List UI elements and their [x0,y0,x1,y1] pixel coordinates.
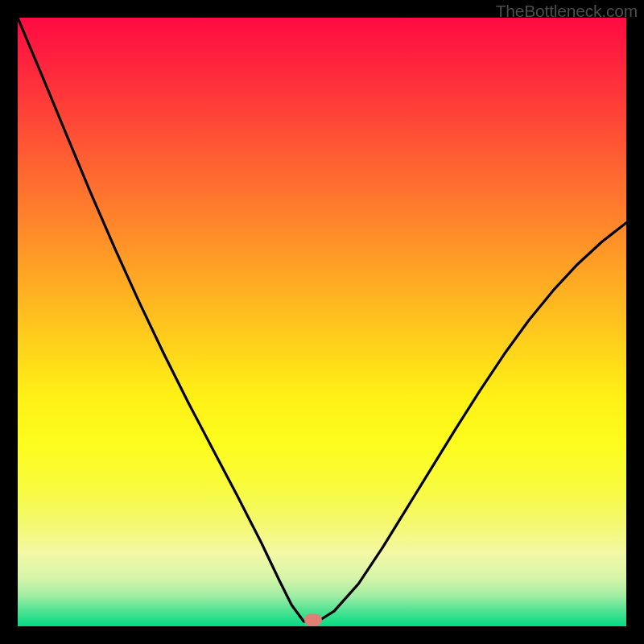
optimum-marker [304,614,322,626]
watermark-text: TheBottleneck.com [496,2,638,21]
chart-plot-area [18,18,626,626]
background-gradient [18,18,626,626]
